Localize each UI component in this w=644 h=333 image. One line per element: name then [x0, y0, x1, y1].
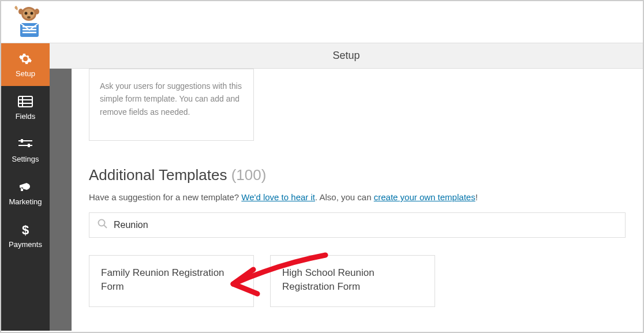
create-templates-link[interactable]: create your own templates [374, 192, 475, 202]
top-bar [1, 1, 643, 43]
sidebar: Setup Fields Settings Marketing $ Paymen… [1, 43, 50, 331]
template-results: Family Reunion Registration Form High Sc… [89, 255, 626, 307]
dollar-icon: $ [21, 223, 30, 237]
svg-point-6 [35, 9, 39, 14]
sidebar-label: Settings [12, 155, 39, 163]
template-search-box[interactable] [89, 212, 626, 238]
content-area: Setup Ask your users for suggestions wit… [50, 43, 643, 331]
search-icon [98, 219, 108, 231]
sidebar-label: Marketing [9, 197, 42, 206]
template-description-card: Ask your users for suggestions with this… [89, 69, 254, 141]
svg-rect-15 [18, 140, 32, 141]
section-title-text: Additional Templates [89, 166, 227, 184]
page-title: Setup [50, 43, 643, 69]
suggest-suffix: ! [475, 192, 478, 202]
template-search-input[interactable] [114, 220, 617, 230]
sidebar-item-setup[interactable]: Setup [1, 43, 50, 86]
sliders-icon [18, 137, 32, 151]
sidebar-item-payments[interactable]: $ Payments [1, 214, 50, 257]
template-description-text: Ask your users for suggestions with this… [100, 81, 242, 117]
sidebar-label: Setup [16, 69, 35, 78]
suggest-mid: . Also, you can [315, 192, 374, 202]
template-card-title: Family Reunion Registration Form [101, 267, 224, 292]
svg-rect-18 [28, 144, 30, 147]
sidebar-label: Fields [16, 112, 36, 121]
template-count: (100) [231, 166, 267, 184]
suggestion-line: Have a suggestion for a new template? We… [89, 192, 626, 202]
additional-templates-heading: Additional Templates (100) [89, 166, 626, 184]
svg-rect-10 [23, 32, 36, 33]
svg-point-20 [99, 220, 105, 226]
svg-point-5 [18, 9, 23, 14]
bullhorn-icon [18, 180, 32, 194]
svg-rect-17 [21, 139, 23, 143]
svg-point-3 [31, 12, 33, 15]
svg-rect-16 [18, 145, 32, 146]
gear-icon [18, 52, 32, 66]
template-card[interactable]: Family Reunion Registration Form [89, 255, 254, 307]
suggest-prefix: Have a suggestion for a new template? [89, 192, 241, 202]
sidebar-item-marketing[interactable]: Marketing [1, 171, 50, 214]
svg-point-2 [25, 12, 28, 15]
template-card[interactable]: High School Reunion Registration Form [270, 255, 435, 307]
sidebar-item-fields[interactable]: Fields [1, 86, 50, 129]
suggest-link[interactable]: We'd love to hear it [241, 192, 315, 202]
list-icon [18, 95, 33, 108]
sidebar-item-settings[interactable]: Settings [1, 129, 50, 171]
svg-point-4 [27, 16, 31, 18]
page-body: Ask your users for suggestions with this… [72, 69, 643, 331]
template-card-title: High School Reunion Registration Form [282, 267, 375, 292]
svg-text:$: $ [22, 223, 29, 237]
svg-rect-11 [18, 96, 32, 107]
svg-line-21 [104, 225, 107, 228]
wpforms-logo [9, 6, 45, 38]
sidebar-label: Payments [9, 240, 42, 249]
